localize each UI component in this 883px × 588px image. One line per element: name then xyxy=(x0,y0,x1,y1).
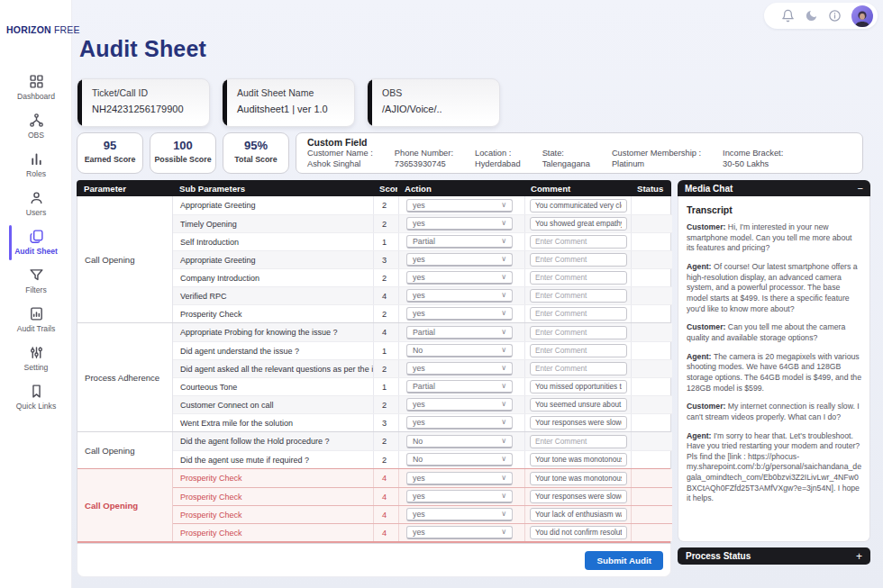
sidebar-item-label: Roles xyxy=(26,169,46,178)
table-footer: Submit Audit xyxy=(77,544,671,577)
action-select-value: yes xyxy=(413,510,425,519)
audit-sheet-icon xyxy=(29,229,44,244)
sidebar-item-label: Audit Sheet xyxy=(14,247,58,256)
comment-input[interactable] xyxy=(530,526,627,539)
sidebar-item-setting[interactable]: Setting xyxy=(0,339,72,378)
sidebar-item-audit-sheet[interactable]: Audit Sheet xyxy=(0,223,72,262)
comment-input[interactable] xyxy=(530,362,627,375)
action-select[interactable]: yes∨ xyxy=(406,508,513,521)
action-select[interactable]: yes∨ xyxy=(406,253,513,267)
comment-input[interactable] xyxy=(530,490,627,503)
total-score-card: 95% Total Score xyxy=(223,132,289,174)
chevron-down-icon: ∨ xyxy=(501,347,506,354)
moon-icon[interactable] xyxy=(805,9,818,23)
status-cell xyxy=(631,414,672,431)
action-select[interactable]: Partial∨ xyxy=(406,326,513,339)
submit-audit-button[interactable]: Submit Audit xyxy=(585,551,663,570)
comment-input[interactable] xyxy=(530,508,627,521)
comment-input[interactable] xyxy=(530,217,627,231)
comment-input[interactable] xyxy=(530,344,627,357)
action-select[interactable]: yes∨ xyxy=(406,526,513,539)
chat-message: Customer: My internet connection is real… xyxy=(687,402,861,422)
chevron-down-icon: ∨ xyxy=(501,438,506,445)
action-select[interactable]: No∨ xyxy=(406,435,513,448)
action-select[interactable]: yes∨ xyxy=(406,289,513,303)
avatar[interactable] xyxy=(851,5,873,27)
comment-input[interactable] xyxy=(530,380,627,394)
info-card-label: Audit Sheet Name xyxy=(237,87,345,98)
comment-cell xyxy=(524,342,631,359)
score-cell: 4 xyxy=(373,323,398,341)
comment-input[interactable] xyxy=(530,235,627,249)
action-select[interactable]: yes∨ xyxy=(406,490,513,503)
action-select[interactable]: Partial∨ xyxy=(406,380,513,394)
comment-input[interactable] xyxy=(530,271,627,285)
media-chat-header[interactable]: Media Chat − xyxy=(678,180,870,196)
info-icon[interactable] xyxy=(828,9,842,23)
sidebar-item-obs[interactable]: OBS xyxy=(0,107,72,146)
action-select-value: yes xyxy=(413,474,425,483)
sidebar-item-filters[interactable]: Filters xyxy=(0,262,72,301)
comment-cell xyxy=(524,469,631,487)
transcript-messages: Customer: Hi, I'm interested in your new… xyxy=(687,222,861,504)
info-card-value: NH24231256179900 xyxy=(92,104,200,114)
chevron-down-icon: ∨ xyxy=(501,292,506,299)
process-status-bar[interactable]: Process Status + xyxy=(678,547,870,565)
comment-input[interactable] xyxy=(530,326,627,339)
expand-icon[interactable]: + xyxy=(856,551,862,562)
comment-input[interactable] xyxy=(530,199,627,213)
chat-speaker: Agent: xyxy=(687,431,714,440)
table-row: Went Extra mile for the solution3yes∨ xyxy=(173,413,672,431)
score-label: Earned Score xyxy=(77,155,142,164)
comment-input[interactable] xyxy=(530,398,627,412)
action-select[interactable]: yes∨ xyxy=(406,217,513,231)
custom-field-value: Hyderdabad xyxy=(475,159,521,168)
score-cell: 4 xyxy=(373,469,398,487)
bell-icon[interactable] xyxy=(781,9,795,23)
sidebar-item-quick-links[interactable]: Quick Links xyxy=(0,378,72,417)
action-select[interactable]: yes∨ xyxy=(406,398,513,412)
comment-cell xyxy=(524,305,631,322)
action-select[interactable]: Partial∨ xyxy=(406,235,513,249)
action-select[interactable]: yes∨ xyxy=(406,362,513,375)
sidebar-item-audit-trails[interactable]: Audit Trails xyxy=(0,301,72,339)
comment-input[interactable] xyxy=(530,253,627,267)
action-select[interactable]: yes∨ xyxy=(406,472,513,485)
action-select[interactable]: yes∨ xyxy=(406,307,513,321)
chat-message: Agent: I'm sorry to hear that. Let's tro… xyxy=(687,431,861,505)
chat-speaker: Customer: xyxy=(687,222,728,231)
action-select-value: Partial xyxy=(413,382,435,391)
action-cell: yes∨ xyxy=(398,414,524,431)
collapse-icon[interactable]: − xyxy=(858,184,863,194)
comment-cell xyxy=(524,233,631,250)
table-row: Self Introduction1Partial∨ xyxy=(173,232,672,250)
action-cell: yes∨ xyxy=(398,396,524,413)
sidebar-item-roles[interactable]: Roles xyxy=(0,146,72,185)
comment-input[interactable] xyxy=(530,472,627,485)
comment-input[interactable] xyxy=(530,289,627,303)
audit-table: ParameterSub ParametersScoreActionCommen… xyxy=(77,180,671,577)
sidebar-item-dashboard[interactable]: Dashboard xyxy=(0,68,72,107)
comment-input[interactable] xyxy=(530,416,627,430)
comment-input[interactable] xyxy=(530,435,627,448)
sidebar-item-users[interactable]: Users xyxy=(0,185,72,223)
obs-card: OBS /AJIO/Voice/.. xyxy=(367,78,500,127)
action-cell: Partial∨ xyxy=(398,378,524,395)
subparameter-cell: Prosperity Check xyxy=(173,529,373,538)
action-select[interactable]: No∨ xyxy=(406,344,513,357)
action-select[interactable]: yes∨ xyxy=(406,416,513,430)
comment-input[interactable] xyxy=(530,453,627,466)
comment-cell xyxy=(524,287,631,304)
action-select[interactable]: No∨ xyxy=(406,453,513,466)
action-select[interactable]: yes∨ xyxy=(406,271,513,285)
action-select-value: yes xyxy=(413,309,425,318)
table-row: Prosperity Check4yes∨ xyxy=(173,505,672,523)
action-cell: yes∨ xyxy=(398,488,524,505)
subparameter-cell: Did agent understand the issue ? xyxy=(173,347,373,356)
topbar xyxy=(764,3,878,29)
comment-input[interactable] xyxy=(530,307,627,321)
sidebar-item-label: Users xyxy=(26,208,46,217)
score-value: 100 xyxy=(150,139,215,152)
action-select[interactable]: yes∨ xyxy=(406,199,513,213)
action-select-value: yes xyxy=(413,291,425,300)
